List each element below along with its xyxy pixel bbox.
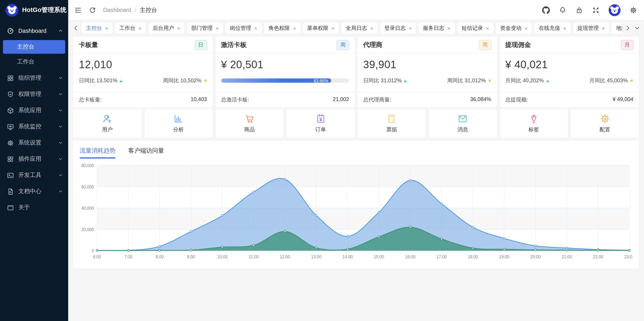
tab-主控台[interactable]: 主控台× <box>82 22 112 34</box>
period-badge[interactable]: 月 <box>621 40 633 50</box>
sidebar-subitem-工作台[interactable]: 工作台 <box>3 55 65 69</box>
svg-text:13:00: 13:00 <box>311 254 322 259</box>
chart-tab-流量消耗趋势[interactable]: 流量消耗趋势 <box>80 147 116 158</box>
bell-icon[interactable] <box>559 6 566 14</box>
tab-短信记录[interactable]: 短信记录× <box>457 22 493 34</box>
tab-全局日志[interactable]: 全局日志× <box>342 22 378 34</box>
tab-登录日志[interactable]: 登录日志× <box>380 22 416 34</box>
lock-icon[interactable] <box>576 6 583 14</box>
progress-fill: 83.66% <box>221 78 331 83</box>
tab-close-icon[interactable]: × <box>486 25 489 31</box>
tab-close-icon[interactable]: × <box>332 25 334 31</box>
shortcut-分析[interactable]: 分析 <box>144 109 213 138</box>
org-grid-icon <box>7 74 14 82</box>
tab-strip: 主控台×工作台×后台用户×部门管理×岗位管理×角色权限×菜单权限×全局日志×登录… <box>68 20 644 36</box>
document-icon <box>7 188 14 195</box>
sidebar-item-系统设置[interactable]: 系统设置 <box>0 135 68 151</box>
menu-fold-icon[interactable] <box>74 6 82 14</box>
breadcrumb-item-dashboard[interactable]: Dashboard <box>103 7 131 13</box>
tab-工作台[interactable]: 工作台× <box>115 22 146 34</box>
fullscreen-icon[interactable] <box>592 6 600 14</box>
tab-服务日志[interactable]: 服务日志× <box>419 22 455 34</box>
tab-close-icon[interactable]: × <box>216 25 219 31</box>
stat-value: 12,010 <box>79 58 207 71</box>
shortcut-商品[interactable]: 商品 <box>216 109 284 138</box>
compare-label: 周同比 10,502% <box>163 77 202 84</box>
tab-close-icon[interactable]: × <box>254 25 258 31</box>
settings-icon[interactable] <box>630 6 637 14</box>
chart-tab-客户端访问量[interactable]: 客户端访问量 <box>128 147 164 158</box>
footer-label: 总卡板量: <box>79 96 102 104</box>
sidebar-item-权限管理[interactable]: 权限管理 <box>0 86 68 102</box>
order-calendar-icon <box>315 114 326 124</box>
shortcut-票据[interactable]: 票据 <box>358 109 426 138</box>
frame-icon <box>7 204 14 211</box>
stat-card-footer: 总提现额:¥ 49,004 <box>500 92 639 108</box>
bar-chart-icon <box>173 114 184 124</box>
tab-部门管理[interactable]: 部门管理× <box>187 22 223 34</box>
tab-菜单权限[interactable]: 菜单权限× <box>303 22 339 34</box>
svg-text:60,000: 60,000 <box>82 184 94 189</box>
github-icon[interactable] <box>542 6 550 14</box>
tab-close-icon[interactable]: × <box>524 25 528 31</box>
svg-text:6:00: 6:00 <box>93 254 101 259</box>
period-badge[interactable]: 日 <box>194 40 207 50</box>
progress-bar: 83.66% <box>221 78 349 83</box>
tab-close-icon[interactable]: × <box>177 25 180 31</box>
plugin-grid-icon <box>7 156 14 163</box>
tab-label: 服务日志 <box>423 24 444 32</box>
traffic-chart-card: 流量消耗趋势客户端访问量 020,00040,00060,00080,0006:… <box>73 141 639 268</box>
sidebar-item-文档中心[interactable]: 文档中心 <box>0 183 68 200</box>
period-badge[interactable]: 周 <box>337 40 349 50</box>
shortcut-标签[interactable]: 标签 <box>500 109 568 138</box>
svg-text:21:00: 21:00 <box>562 254 572 259</box>
tab-岗位管理[interactable]: 岗位管理× <box>226 22 262 34</box>
tab-在线充值[interactable]: 在线充值× <box>534 22 570 34</box>
stat-card-title: 提现佣金 <box>505 41 531 49</box>
tab-角色权限[interactable]: 角色权限× <box>264 22 300 34</box>
tab-close-icon[interactable]: × <box>409 25 412 31</box>
tab-close-icon[interactable]: × <box>138 25 142 31</box>
tab-资金变动[interactable]: 资金变动× <box>496 22 532 34</box>
sidebar-item-Dashboard[interactable]: Dashboard <box>0 22 68 39</box>
sidebar-item-插件应用[interactable]: 插件应用 <box>0 151 68 167</box>
tab-后台用户[interactable]: 后台用户× <box>148 22 184 34</box>
tab-close-icon[interactable]: × <box>447 25 450 31</box>
shortcut-配置[interactable]: 配置 <box>571 109 639 138</box>
stat-compare-item: 周同比 10,502% <box>163 77 207 84</box>
tab-close-icon[interactable]: × <box>563 25 566 31</box>
tab-地区编码[interactable]: 地区编码 <box>612 22 622 34</box>
sidebar-item-组织管理[interactable]: 组织管理 <box>0 70 68 86</box>
sidebar-item-开发工具[interactable]: 开发工具 <box>0 167 68 183</box>
tab-label: 后台用户 <box>152 24 174 32</box>
tab-label: 部门管理 <box>191 24 213 32</box>
tabs-scroll-left-icon[interactable] <box>72 25 79 32</box>
shortcut-订单[interactable]: 订单 <box>286 109 355 138</box>
sidebar-menu: Dashboard主控台工作台组织管理权限管理系统应用系统监控系统设置插件应用开… <box>0 20 68 216</box>
sidebar-item-label: 关于 <box>18 204 63 212</box>
sidebar-item-系统应用[interactable]: 系统应用 <box>0 102 68 118</box>
sidebar-item-系统监控[interactable]: 系统监控 <box>0 118 68 135</box>
tab-close-icon[interactable]: × <box>370 25 373 31</box>
tabs-dropdown-icon[interactable] <box>634 25 640 32</box>
tab-close-icon[interactable]: × <box>105 25 108 31</box>
shortcut-消息[interactable]: 消息 <box>429 109 497 138</box>
period-badge[interactable]: 周 <box>479 40 491 50</box>
logo[interactable]: HotGo管理系统 <box>0 0 68 20</box>
refresh-icon[interactable] <box>89 6 96 14</box>
avatar[interactable] <box>608 4 620 16</box>
tab-close-icon[interactable]: × <box>293 25 296 31</box>
sidebar-item-label: 系统设置 <box>18 139 54 147</box>
svg-text:9:00: 9:00 <box>187 254 195 259</box>
sidebar-subitem-主控台[interactable]: 主控台 <box>3 40 65 54</box>
shortcut-label: 配置 <box>600 126 610 134</box>
trend-down-icon <box>630 80 633 82</box>
tabs-scroll-right-icon[interactable] <box>624 25 631 32</box>
shortcut-用户[interactable]: 用户 <box>73 109 142 138</box>
tab-close-icon[interactable]: × <box>602 25 605 31</box>
stat-compare-item: 日同比 13,501% <box>79 77 123 84</box>
sidebar-item-关于[interactable]: 关于 <box>0 200 68 216</box>
sidebar-item-label: 系统监控 <box>18 123 54 130</box>
svg-text:7:00: 7:00 <box>124 254 132 259</box>
tab-提现管理[interactable]: 提现管理× <box>573 22 609 34</box>
